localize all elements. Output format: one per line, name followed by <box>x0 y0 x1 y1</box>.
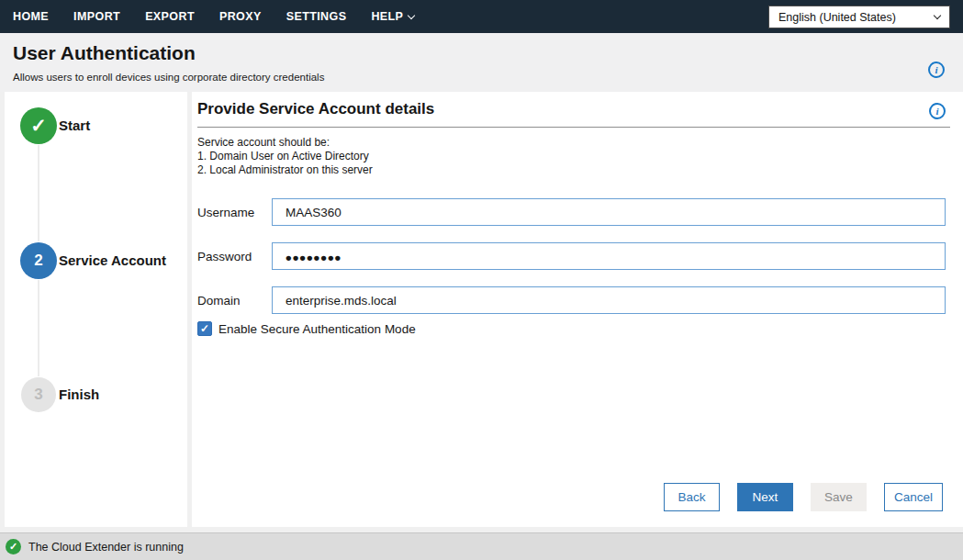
step-start-circle[interactable]: ✓ <box>20 107 57 144</box>
step-connector <box>38 145 39 241</box>
top-navbar: HOME IMPORT EXPORT PROXY SETTINGS HELP E… <box>0 0 963 33</box>
status-ok-icon: ✓ <box>6 539 21 554</box>
back-button[interactable]: Back <box>664 483 720 511</box>
step-number: 2 <box>34 252 42 270</box>
step-service-account-circle[interactable]: 2 <box>20 242 57 279</box>
content-title: Provide Service Account details <box>197 100 434 118</box>
chevron-down-icon <box>934 12 941 19</box>
page-title: User Authentication <box>13 42 196 64</box>
step-connector <box>38 280 39 376</box>
step-finish-circle[interactable]: 3 <box>21 377 56 412</box>
step-start-label[interactable]: Start <box>59 118 90 133</box>
instructions-line: Service account should be: <box>197 136 373 150</box>
page-header: User Authentication Allows users to enro… <box>0 33 963 92</box>
status-message: The Cloud Extender is running <box>28 541 184 554</box>
content-info-icon[interactable]: i <box>929 103 946 119</box>
domain-label: Domain <box>197 294 241 308</box>
next-button[interactable]: Next <box>737 483 793 511</box>
instructions-line: 2. Local Administrator on this server <box>197 163 373 177</box>
chevron-down-icon <box>408 11 415 18</box>
page-subtitle: Allows users to enroll devices using cor… <box>13 72 324 83</box>
nav-item-proxy[interactable]: PROXY <box>219 10 262 23</box>
instructions-line: 1. Domain User on Active Directory <box>197 150 373 163</box>
nav-item-settings[interactable]: SETTINGS <box>286 10 347 23</box>
wizard-sidebar: ✓ Start 2 Service Account 3 Finish <box>5 92 187 527</box>
cloud-extender-window: HOME IMPORT EXPORT PROXY SETTINGS HELP E… <box>0 0 963 560</box>
check-icon: ✓ <box>200 322 209 335</box>
domain-input[interactable] <box>272 286 946 314</box>
username-label: Username <box>197 206 254 219</box>
divider <box>197 127 950 128</box>
nav-item-help[interactable]: HELP <box>371 10 414 23</box>
language-select-value: English (United States) <box>778 11 896 24</box>
password-input[interactable] <box>272 242 946 270</box>
language-select[interactable]: English (United States) <box>768 6 950 28</box>
check-icon: ✓ <box>9 541 17 553</box>
secure-auth-label: Enable Secure Authentication Mode <box>218 322 416 336</box>
username-input[interactable] <box>272 198 946 226</box>
cancel-button[interactable]: Cancel <box>884 483 943 511</box>
check-icon: ✓ <box>30 115 47 137</box>
content-panel: Provide Service Account details i Servic… <box>192 92 963 527</box>
header-info-icon[interactable]: i <box>928 62 945 78</box>
secure-auth-checkbox-row[interactable]: ✓ Enable Secure Authentication Mode <box>197 321 416 336</box>
nav-item-help-label: HELP <box>371 10 403 23</box>
nav-item-home[interactable]: HOME <box>13 10 49 23</box>
step-number: 3 <box>34 386 42 404</box>
password-label: Password <box>197 250 252 263</box>
step-service-account-label[interactable]: Service Account <box>59 252 166 268</box>
step-finish-label[interactable]: Finish <box>59 386 99 402</box>
status-bar: ✓ The Cloud Extender is running <box>0 532 963 560</box>
nav-item-import[interactable]: IMPORT <box>73 10 120 23</box>
save-button[interactable]: Save <box>811 483 867 511</box>
nav-item-export[interactable]: EXPORT <box>145 10 195 23</box>
instructions: Service account should be: 1. Domain Use… <box>197 136 373 177</box>
secure-auth-checkbox[interactable]: ✓ <box>197 321 212 336</box>
